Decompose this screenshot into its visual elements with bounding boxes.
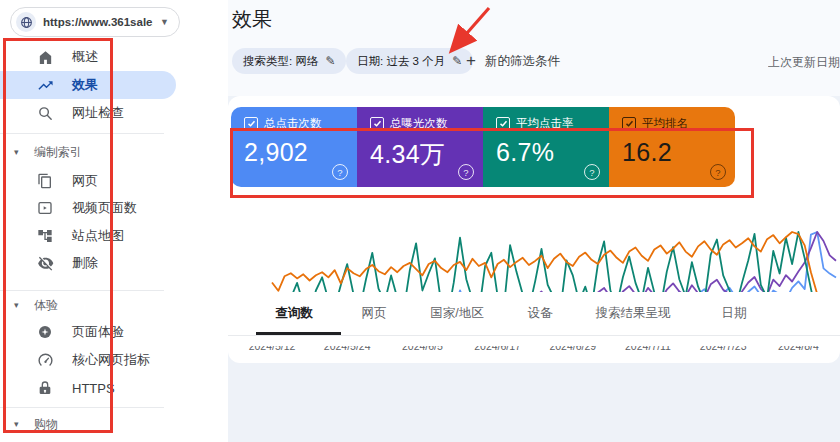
main-content: 效果 搜索类型: 网络 ✎ 日期: 过去 3 个月 ✎ + 新的筛选条件 上次更… xyxy=(228,0,840,442)
edit-pencil-icon[interactable]: ✎ xyxy=(452,54,462,68)
sidebar-item-overview[interactable]: 概述 xyxy=(0,43,200,71)
property-selector[interactable]: https://www.361sale.... ▼ xyxy=(10,7,180,37)
sidebar-divider xyxy=(0,407,164,408)
metric-value: 2,902 xyxy=(244,138,357,167)
property-url: https://www.361sale.... xyxy=(43,16,153,28)
metric-card-average-position[interactable]: 平均排名 16.2 ? xyxy=(609,107,735,187)
metric-value: 6.7% xyxy=(496,138,609,167)
trending-up-icon xyxy=(36,76,54,94)
sidebar-section-indexing[interactable]: ▾ 编制索引 xyxy=(0,143,200,161)
search-console-app: { "app": { "property": "https://www.361s… xyxy=(0,0,840,442)
caret-down-icon: ▾ xyxy=(14,148,19,157)
sidebar-item-removals[interactable]: 删除 xyxy=(0,249,200,277)
checkbox-checked-icon[interactable] xyxy=(622,117,636,131)
metric-value: 16.2 xyxy=(622,138,735,167)
sidebar-item-performance[interactable]: 效果 xyxy=(0,71,176,99)
sitemap-icon xyxy=(36,227,54,245)
checkbox-checked-icon[interactable] xyxy=(244,117,258,131)
sidebar: https://www.361sale.... ▼ 概述 效果 网址检查 ▾ 编… xyxy=(0,0,228,442)
sidebar-item-sitemaps[interactable]: 站点地图 xyxy=(0,222,200,250)
sidebar-divider xyxy=(0,133,164,134)
sidebar-section-shopping[interactable]: ▾ 购物 xyxy=(0,415,200,433)
lock-icon xyxy=(36,379,54,397)
tabs-divider xyxy=(228,335,840,336)
home-icon xyxy=(36,48,54,66)
help-icon[interactable]: ? xyxy=(710,164,726,180)
caret-down-icon: ▾ xyxy=(14,301,19,310)
last-updated-label: 上次更新日期: xyxy=(768,54,840,71)
tab-queries[interactable]: 查询数 xyxy=(275,305,313,322)
checkbox-checked-icon[interactable] xyxy=(496,117,510,131)
help-icon[interactable]: ? xyxy=(332,164,348,180)
plus-icon: + xyxy=(466,51,476,71)
checkbox-checked-icon[interactable] xyxy=(370,117,384,131)
tab-devices[interactable]: 设备 xyxy=(528,305,553,322)
tab-countries[interactable]: 国家/地区 xyxy=(430,305,483,322)
metric-card-average-ctr[interactable]: 平均点击率 6.7% ? xyxy=(483,107,609,187)
pages-icon xyxy=(36,172,54,190)
gauge-icon xyxy=(36,351,54,369)
page-experience-icon xyxy=(36,323,54,341)
metric-card-total-impressions[interactable]: 总曝光次数 4.34万 ? xyxy=(357,107,483,187)
property-globe-icon xyxy=(16,12,36,32)
help-icon[interactable]: ? xyxy=(458,164,474,180)
tab-dates[interactable]: 日期 xyxy=(722,305,747,322)
metric-cards-row: 总点击次数 2,902 ? 总曝光次数 4.34万 ? xyxy=(231,107,735,187)
sidebar-item-url-inspection[interactable]: 网址检查 xyxy=(0,99,200,127)
edit-pencil-icon[interactable]: ✎ xyxy=(325,54,335,68)
tab-pages[interactable]: 网页 xyxy=(362,305,387,322)
tab-search-appearance[interactable]: 搜索结果呈现 xyxy=(596,305,671,322)
dimension-tabs-card: 查询数 网页 国家/地区 设备 搜索结果呈现 日期 xyxy=(228,292,840,346)
caret-down-icon: ▾ xyxy=(14,420,19,429)
help-icon[interactable]: ? xyxy=(584,164,600,180)
search-type-filter-chip[interactable]: 搜索类型: 网络 ✎ xyxy=(232,48,346,74)
visibility-off-icon xyxy=(36,254,54,272)
page-title: 效果 xyxy=(232,6,272,33)
new-filter-button[interactable]: + 新的筛选条件 xyxy=(466,48,560,74)
metric-card-total-clicks[interactable]: 总点击次数 2,902 ? xyxy=(231,107,357,187)
sidebar-item-page-experience[interactable]: 页面体验 xyxy=(0,318,200,346)
sidebar-divider xyxy=(0,290,164,291)
sidebar-item-video-pages[interactable]: 视频页面数 xyxy=(0,194,200,222)
video-pages-icon xyxy=(36,199,54,217)
sidebar-item-https[interactable]: HTTPS xyxy=(0,374,200,402)
sidebar-section-experience[interactable]: ▾ 体验 xyxy=(0,296,200,314)
search-icon xyxy=(36,104,54,122)
sidebar-item-pages[interactable]: 网页 xyxy=(0,167,200,195)
sidebar-item-core-web-vitals[interactable]: 核心网页指标 xyxy=(0,346,200,374)
chevron-down-icon: ▼ xyxy=(160,18,169,27)
date-filter-chip[interactable]: 日期: 过去 3 个月 ✎ xyxy=(346,48,473,74)
